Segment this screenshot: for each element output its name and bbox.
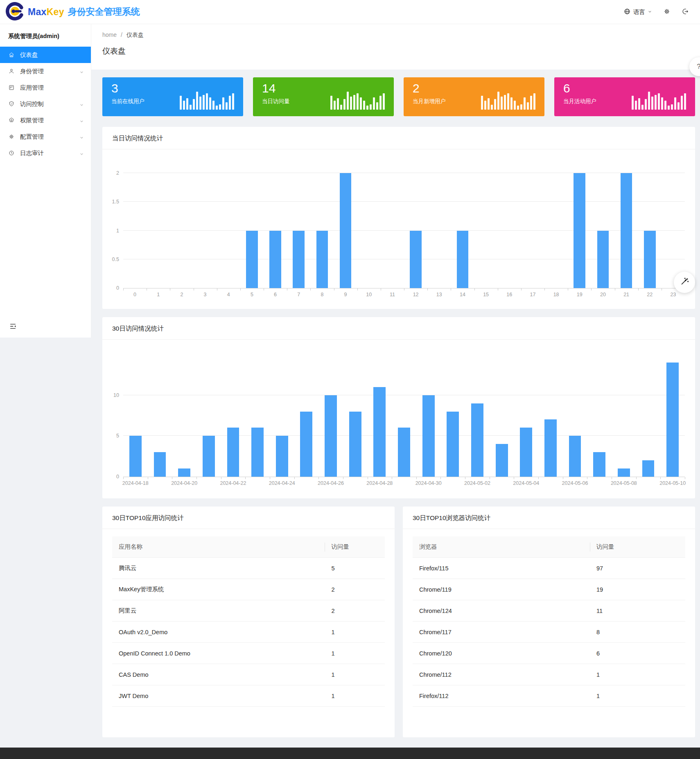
sidebar-item-audit[interactable]: 日志审计 <box>0 145 91 161</box>
table-row: JWT Demo1 <box>112 685 385 707</box>
chevron-down-icon <box>79 135 84 141</box>
daily-visits-chart: 00.511.520123456789101112131415161718192… <box>123 173 685 288</box>
cell-name: Chrome/120 <box>413 650 590 657</box>
x-axis-tick <box>310 288 311 291</box>
stat-card-3: 6当月活动用户 <box>554 77 695 116</box>
table-row: Chrome/1206 <box>413 643 685 664</box>
chart-bar <box>349 412 361 477</box>
monthly-visits-chart: 05102024-04-182024-04-202024-04-222024-0… <box>123 354 685 477</box>
y-axis-label: 1 <box>116 228 119 234</box>
sidebar-item-user[interactable]: 身份管理 <box>0 63 91 79</box>
x-axis-label: 2024-04-22 <box>220 480 246 486</box>
language-button[interactable]: 语言 <box>623 8 652 16</box>
sidebar-item-shield[interactable]: 访问控制 <box>0 96 91 112</box>
cell-value: 1 <box>590 671 685 678</box>
brand: MaxKey 身份安全管理系统 <box>0 2 140 22</box>
column-header: 访问量 <box>325 543 385 551</box>
chart-bar <box>246 231 258 288</box>
y-axis-label: 5 <box>116 433 119 439</box>
chevron-down-icon <box>79 151 84 158</box>
x-axis-label: 12 <box>413 292 419 297</box>
cell-value: 19 <box>590 586 685 593</box>
menu-fold-icon[interactable] <box>9 322 17 332</box>
sidebar-item-gear[interactable]: 配置管理 <box>0 128 91 145</box>
sidebar-item-label: 身份管理 <box>20 68 44 75</box>
gear-icon <box>663 8 671 16</box>
home-icon <box>8 52 15 58</box>
chevron-down-icon <box>79 102 84 108</box>
x-axis-tick <box>490 477 490 479</box>
x-axis-label: 4 <box>227 292 230 297</box>
x-axis-tick <box>544 288 545 291</box>
cell-value: 2 <box>325 608 385 614</box>
x-axis-tick <box>294 477 295 479</box>
x-axis-label: 1 <box>157 292 160 297</box>
chart-bar <box>569 436 581 477</box>
table-row: MaxKey管理系统2 <box>112 579 385 600</box>
x-axis-tick <box>662 288 662 291</box>
cell-name: OpenID Connect 1.0 Demo <box>112 650 325 657</box>
cell-name: CAS Demo <box>112 671 325 678</box>
sidebar-item-label: 应用管理 <box>20 84 44 92</box>
x-axis-tick <box>343 477 343 479</box>
x-axis-tick <box>638 288 639 291</box>
column-header: 访问量 <box>590 543 685 551</box>
x-axis-label: 2024-05-06 <box>562 480 588 486</box>
panel-daily-visits: 当日访问情况统计 00.511.520123456789101112131415… <box>102 127 695 309</box>
cell-value: 5 <box>325 565 385 572</box>
chart-bar <box>422 395 435 477</box>
magic-wand-button[interactable] <box>674 272 695 293</box>
chart-bar <box>340 173 352 288</box>
chart-bar <box>593 452 605 477</box>
audit-icon <box>8 150 15 156</box>
x-axis-tick <box>334 288 334 291</box>
chart-bar <box>520 428 532 477</box>
x-axis-tick <box>123 288 124 291</box>
table-header-row: 浏览器访问量 <box>413 536 685 558</box>
table-row: Firefox/11597 <box>413 558 685 579</box>
x-axis-tick <box>318 477 319 479</box>
x-axis-tick <box>287 288 287 291</box>
x-axis-label: 7 <box>297 292 300 297</box>
sidebar-item-home[interactable]: 仪表盘 <box>0 47 91 63</box>
x-axis-tick <box>270 477 270 479</box>
chart-bar <box>644 231 656 288</box>
cell-value: 1 <box>590 693 685 699</box>
x-axis-label: 14 <box>460 292 465 297</box>
x-axis-tick <box>147 288 147 291</box>
chevron-down-icon <box>79 118 84 125</box>
logout-button[interactable] <box>682 8 689 16</box>
cell-value: 2 <box>325 586 385 593</box>
cell-name: Chrome/124 <box>413 608 590 614</box>
cell-value: 6 <box>590 650 685 657</box>
settings-button[interactable] <box>663 8 671 16</box>
stat-card-0: 3当前在线用户 <box>102 77 243 116</box>
x-axis-tick <box>474 288 475 291</box>
stat-card-1: 14当日访问量 <box>253 77 394 116</box>
x-axis-tick <box>221 477 221 479</box>
chart-bar <box>666 363 679 477</box>
y-axis-label: 1.5 <box>112 199 119 205</box>
x-axis-tick <box>615 288 615 291</box>
table-row: OAuth v2.0_Demo1 <box>112 622 385 643</box>
x-axis-tick <box>123 477 124 479</box>
sidebar-item-app[interactable]: 应用管理 <box>0 79 91 96</box>
x-axis-tick <box>514 477 514 479</box>
x-axis-label: 2024-05-04 <box>513 480 539 486</box>
cell-value: 8 <box>590 629 685 635</box>
page-title: 仪表盘 <box>102 46 700 56</box>
panel-title: 30日TOP10应用访问统计 <box>102 507 395 529</box>
x-axis-tick <box>538 477 539 479</box>
gridline <box>123 201 685 202</box>
chart-bar <box>269 231 281 288</box>
breadcrumb-separator: / <box>121 32 122 39</box>
chevron-down-icon <box>79 69 84 76</box>
sidebar-item-label: 配置管理 <box>20 133 44 141</box>
sidebar-item-permission[interactable]: 权限管理 <box>0 112 91 128</box>
y-axis-label: 0 <box>116 285 119 291</box>
cell-value: 11 <box>590 608 685 614</box>
chart-bar <box>276 436 288 477</box>
x-axis-tick <box>451 288 451 291</box>
x-axis-tick <box>660 477 661 479</box>
breadcrumb-home[interactable]: home <box>102 32 117 39</box>
